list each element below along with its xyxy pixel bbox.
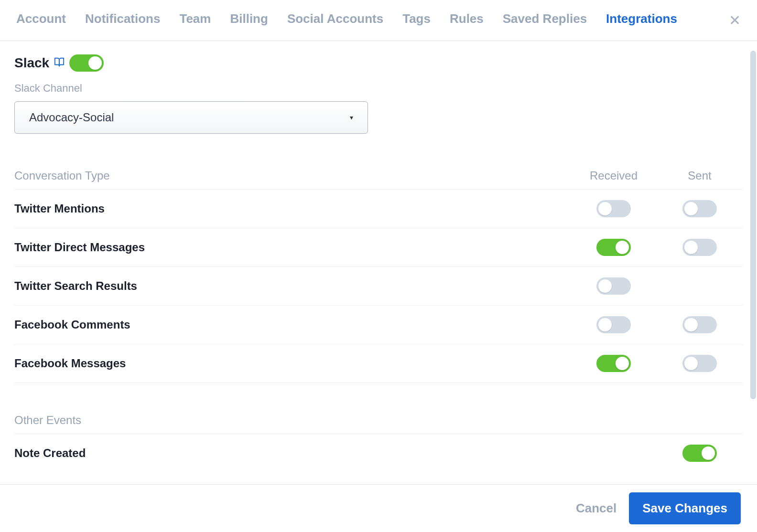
- table-header-row: Other Events: [14, 407, 743, 434]
- table-row: Twitter Search Results: [14, 267, 743, 306]
- toggle-sent-fb-messages[interactable]: [682, 355, 717, 372]
- row-label: Twitter Direct Messages: [14, 241, 571, 254]
- tab-rules[interactable]: Rules: [450, 11, 484, 26]
- tab-account[interactable]: Account: [16, 11, 66, 26]
- row-label: Twitter Mentions: [14, 202, 571, 215]
- th-received: Received: [571, 169, 657, 182]
- table-row: Facebook Messages: [14, 344, 743, 383]
- slack-channel-label: Slack Channel: [14, 82, 743, 95]
- cancel-button[interactable]: Cancel: [576, 501, 616, 516]
- toggle-note-created[interactable]: [682, 445, 717, 462]
- toggle-received-twitter-search[interactable]: [596, 277, 631, 295]
- book-icon[interactable]: [54, 57, 65, 69]
- th-type: Conversation Type: [14, 169, 571, 182]
- toggle-sent-twitter-mentions[interactable]: [682, 200, 717, 217]
- tab-billing[interactable]: Billing: [230, 11, 268, 26]
- save-button[interactable]: Save Changes: [629, 492, 741, 524]
- integrations-panel: Slack Slack Channel Advocacy-Social ▾ Co…: [0, 41, 757, 480]
- row-label: Twitter Search Results: [14, 279, 571, 293]
- row-label: Facebook Comments: [14, 318, 571, 331]
- table-header-row: Conversation Type Received Sent: [14, 162, 743, 190]
- toggle-received-fb-messages[interactable]: [596, 355, 631, 372]
- tab-integrations[interactable]: Integrations: [606, 11, 677, 26]
- conversation-table: Conversation Type Received Sent Twitter …: [14, 162, 743, 383]
- slack-channel-value: Advocacy-Social: [29, 111, 114, 124]
- toggle-received-fb-comments[interactable]: [596, 316, 631, 333]
- toggle-received-twitter-dm[interactable]: [596, 239, 631, 256]
- slack-channel-select[interactable]: Advocacy-Social ▾: [14, 101, 368, 134]
- settings-tabs: Account Notifications Team Billing Socia…: [0, 0, 757, 41]
- slack-enable-toggle[interactable]: [69, 54, 104, 72]
- table-row: Twitter Direct Messages: [14, 228, 743, 267]
- table-row: Note Created: [14, 434, 743, 472]
- th-sent: Sent: [657, 169, 743, 182]
- tab-team[interactable]: Team: [179, 11, 211, 26]
- close-icon[interactable]: ✕: [729, 13, 741, 28]
- toggle-sent-twitter-dm[interactable]: [682, 239, 717, 256]
- slack-title: Slack: [14, 55, 49, 71]
- row-label: Facebook Messages: [14, 357, 571, 370]
- th-other-events: Other Events: [14, 414, 571, 427]
- footer: Cancel Save Changes: [0, 484, 757, 532]
- other-events-table: Other Events Note Created: [14, 407, 743, 472]
- scrollbar[interactable]: [750, 51, 756, 399]
- row-label: Note Created: [14, 447, 571, 460]
- tab-notifications[interactable]: Notifications: [85, 11, 160, 26]
- toggle-received-twitter-mentions[interactable]: [596, 200, 631, 217]
- slack-header: Slack: [14, 54, 743, 72]
- toggle-sent-fb-comments[interactable]: [682, 316, 717, 333]
- tab-social-accounts[interactable]: Social Accounts: [287, 11, 383, 26]
- table-row: Twitter Mentions: [14, 190, 743, 228]
- table-row: Facebook Comments: [14, 306, 743, 344]
- chevron-down-icon: ▾: [350, 114, 353, 121]
- tab-saved-replies[interactable]: Saved Replies: [503, 11, 587, 26]
- tab-tags[interactable]: Tags: [402, 11, 431, 26]
